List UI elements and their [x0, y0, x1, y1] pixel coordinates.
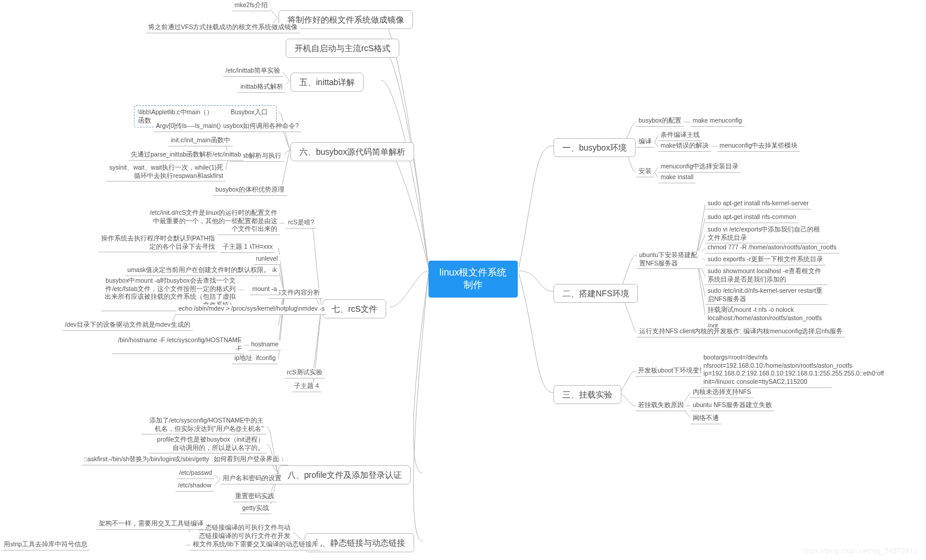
sub-l7-c2[interactable]: 先通过parse_inittab函数解析/etc/inittab — [129, 151, 243, 161]
branch-nfs-env[interactable]: 二、搭建NFS环境 — [553, 284, 638, 303]
sub-l9-d2[interactable]: /etc/shadow — [176, 481, 214, 492]
sub-b2-ubuntu[interactable]: ubuntu下安装搭建配置NFS服务器 — [637, 251, 702, 269]
sub-b2-a7[interactable]: sudo /etc/init.d/nfs-kernel-server resta… — [705, 287, 827, 305]
sub-l9-a[interactable]: 添加了/etc/sysconfig/HOSTNAME中的主机名，但实际没达到"用… — [141, 417, 266, 434]
sub-b3-bootargs[interactable]: bootargs=root=/dev/nfs nfsroot=192.168.0… — [701, 353, 832, 388]
sub-b2-a6[interactable]: sudo showmount localhost -e查看根文件系统目录是否是我… — [705, 267, 827, 285]
sub-l8-b3d[interactable]: umask值决定当前用户在创建文件时的默认权限。 — [125, 266, 273, 276]
sub-b1-install2[interactable]: make install — [658, 173, 696, 183]
sub-l8-b1d[interactable]: 操作系统去执行程序时会默认到PATH指定的各个目录下去寻找 — [98, 234, 217, 252]
branch-mount-exp[interactable]: 三、挂载实验 — [553, 385, 621, 404]
sub-b2-b1[interactable]: 编译内核menuconfig选择启nfs服务 — [741, 327, 845, 337]
sub-b2-a1[interactable]: sudo apt-get install nfs-kernel-server — [705, 199, 811, 209]
sub-l8-b6d[interactable]: /bin/hostname -F /etc/sysconfig/HOSTNAME… — [112, 336, 244, 354]
sub-l7-c1[interactable]: init.c/init_main函数中 — [168, 136, 233, 146]
sub-l10-a1[interactable]: 架构不一样，需要用交叉工具链编译 — [96, 520, 206, 530]
sub-l9-f[interactable]: getty实战 — [240, 504, 271, 514]
sub-b1-compile[interactable]: 编译 — [636, 137, 654, 148]
sub-l10-b1[interactable]: 用strip工具去掉库中符号信息 — [1, 540, 90, 550]
sub-b1-compile2d[interactable]: menuconfig中去掉某些模块 — [717, 142, 800, 152]
sub-b2-a3[interactable]: sudo vi /etc/exports中添加我们自己的根文件系统目录 — [705, 226, 827, 243]
branch-linking[interactable]: 九、静态链接与动态链接 — [305, 533, 414, 552]
sub-l9-d1[interactable]: /etc/passwd — [177, 469, 214, 479]
sub-l9-c1[interactable]: ::askfirst:-/bin/sh替换为/bin/login或/sbin/g… — [82, 455, 211, 465]
sub-l8-c[interactable]: rcS测试实验 — [284, 368, 325, 378]
sub-l8-a1[interactable]: /etc/init.d/rcS文件是linux的运行时的配置文件中最重要的一个，… — [146, 209, 280, 235]
sub-l9-b[interactable]: profile文件也是被busybox（init进程）自动调用的，所以是认名字的… — [149, 436, 267, 453]
sub-b1-compile1[interactable]: 条件编译主线 — [658, 131, 702, 141]
sub-l10-b[interactable]: 根文件系统/lib下需要交叉编译的动态链接库 — [190, 540, 321, 550]
branch-rcs[interactable]: 七、rcS文件 — [323, 299, 386, 318]
sub-b1-install1[interactable]: menuconfig中选择安装目录 — [658, 162, 741, 173]
sub-l8-b6[interactable]: hostname — [249, 340, 281, 351]
sub-l9-c[interactable]: 如何看到用户登录界面： — [211, 455, 288, 465]
sub-b3-b3[interactable]: 网络不通 — [690, 414, 721, 424]
sub-b1-cfg-detail[interactable]: make menuconfig — [690, 117, 744, 127]
branch-inittab[interactable]: 五、inittab详解 — [290, 73, 364, 92]
sub-l7-d[interactable]: busybox的体积优势原理 — [213, 186, 287, 196]
watermark: https://blog.csdn.net/qq_24373811 — [802, 547, 918, 555]
branch-profile[interactable]: 八、profile文件及添加登录认证 — [279, 465, 411, 484]
sub-l8-a[interactable]: rcS是啥? — [286, 218, 317, 229]
sub-l7-c3[interactable]: sysinit、wait、wait执行一次，while(1)死循环中去执行res… — [107, 164, 226, 182]
sub-b2-a2[interactable]: sudo apt-get install nfs-common — [705, 213, 799, 223]
sub-l4-b[interactable]: 将之前通过VFS方式挂载成功的根文件系统做成镜像 — [146, 23, 300, 33]
sub-l8-b4[interactable]: mount -a — [250, 285, 279, 295]
sub-b3-b2[interactable]: ubuntu NFS服务器建立失败 — [690, 401, 774, 411]
sub-l9-e[interactable]: 重置密码实践 — [233, 492, 277, 502]
sub-l8-b5[interactable]: echo /sbin/mdev > /proc/sys/kernel/hotpl… — [176, 305, 327, 315]
sub-b3-fail[interactable]: 若挂载失败原因 — [636, 401, 686, 411]
branch-autostart[interactable]: 开机自启动与主流rcS格式 — [286, 39, 399, 58]
sub-b1-cfg[interactable]: busybox的配置 — [636, 117, 684, 127]
sub-l8-b1-topic[interactable]: 子主题 1 — [220, 243, 250, 253]
sub-b1-install[interactable]: 安装 — [636, 167, 654, 177]
sub-b2-a5[interactable]: sudo exportfs -r更新一下根文件系统目录 — [705, 255, 825, 265]
sub-b1-compile2[interactable]: make错误的解决 — [658, 142, 711, 152]
sub-l6-b[interactable]: inittab格式解析 — [238, 83, 286, 93]
sub-l8-d[interactable]: 子主题 4 — [292, 382, 321, 392]
sub-l8-b7[interactable]: ifconfig — [254, 354, 278, 364]
sub-l6-a[interactable]: /etc/inittab简单实验 — [223, 67, 283, 77]
sub-l7-b[interactable]: Busybox如何调用各种命令? — [217, 122, 301, 132]
sub-l4-a[interactable]: mke2fs介绍 — [232, 1, 270, 11]
sub-l9-d[interactable]: 用户名和密码的设置 — [220, 474, 284, 484]
sub-l8-b2[interactable]: runlevel — [254, 255, 280, 265]
sub-l8-b5d[interactable]: /dev目录下的设备驱动文件就是mdev生成的 — [62, 321, 193, 331]
branch-busybox-env[interactable]: 一、busybox环境 — [553, 138, 636, 157]
root-node[interactable]: linux根文件系统制作 — [428, 261, 518, 298]
sub-b2-a4[interactable]: chmod 777 -R /home/aston/rootfs/aston_ro… — [705, 243, 839, 254]
sub-b3-b1[interactable]: 内核未选择支持NFS — [690, 388, 753, 398]
sub-l8-b7d[interactable]: ip地址 — [232, 354, 255, 364]
sub-l7-b1[interactable]: Argv[0]传ls----ls_main() — [154, 122, 223, 132]
branch-busybox-src[interactable]: 六、busybox源代码简单解析 — [290, 142, 414, 161]
